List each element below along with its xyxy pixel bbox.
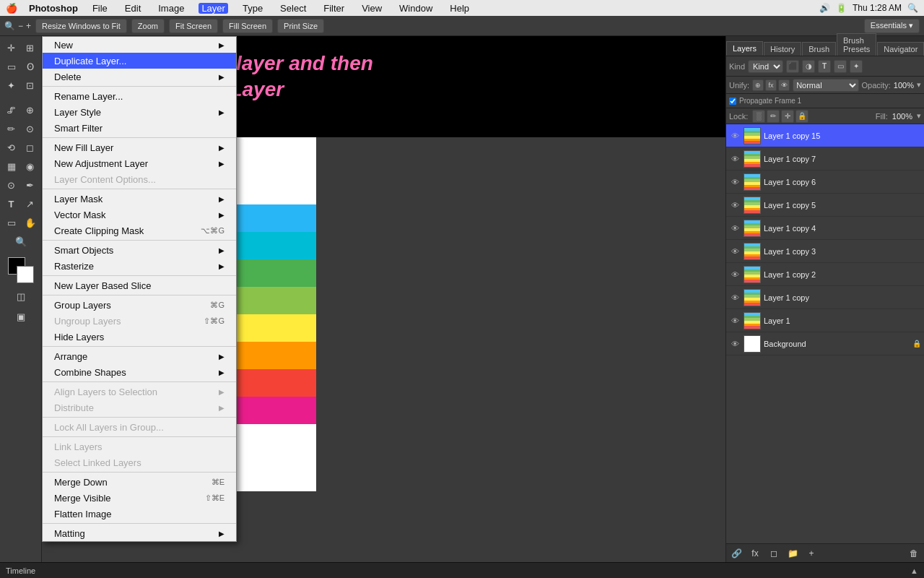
quick-mask-icon[interactable]: ◫ (8, 288, 34, 305)
layer-row-1[interactable]: 👁 Layer 1 copy 7 (726, 147, 924, 171)
visibility-icon-8[interactable]: 👁 (729, 315, 741, 327)
menu-arrange[interactable]: Arrange ▶ (43, 348, 236, 364)
unify-style-icon[interactable]: fx (765, 79, 777, 91)
menu-new-fill-layer[interactable]: New Fill Layer ▶ (43, 139, 236, 155)
tab-history[interactable]: History (764, 42, 801, 56)
menu-merge-visible[interactable]: Merge Visible ⇧⌘E (43, 490, 236, 506)
brush-tool[interactable]: ✏ (3, 120, 20, 137)
visibility-icon-2[interactable]: 👁 (729, 176, 741, 188)
delete-layer-btn[interactable]: 🗑 (907, 547, 921, 560)
crop-tool[interactable]: ⊡ (22, 77, 39, 94)
layer-row-6[interactable]: 👁 Layer 1 copy 2 (726, 263, 924, 286)
artboard-tool[interactable]: ⊞ (22, 39, 39, 56)
lock-paint-icon[interactable]: ✏ (767, 110, 780, 123)
menu-create-clipping-mask[interactable]: Create Clipping Mask ⌥⌘G (43, 223, 236, 238)
visibility-icon-4[interactable]: 👁 (729, 223, 741, 234)
move-tool[interactable]: ✛ (3, 39, 20, 56)
visibility-icon-0[interactable]: 👁 (729, 130, 741, 142)
unify-vis-icon[interactable]: 👁 (778, 79, 790, 91)
filter-smart-icon[interactable]: ✦ (850, 60, 863, 73)
zoom-out-icon[interactable]: − (18, 21, 23, 31)
layer-row-5[interactable]: 👁 Layer 1 copy 3 (726, 240, 924, 263)
zoom-tool[interactable]: 🔍 (12, 233, 30, 250)
layer-row-0[interactable]: 👁 Layer 1 copy 15 (726, 124, 924, 147)
tab-brush[interactable]: Brush (802, 42, 836, 56)
essentials-dropdown[interactable]: Essentials ▾ (864, 19, 920, 33)
clone-tool[interactable]: ⊙ (22, 120, 39, 137)
unify-pos-icon[interactable]: ⊕ (752, 79, 764, 91)
kind-select[interactable]: Kind (748, 60, 783, 73)
tab-navigator[interactable]: Navigator (877, 42, 924, 56)
fill-screen-btn[interactable]: Fill Screen (222, 19, 273, 33)
color-swatches[interactable] (8, 257, 34, 283)
menu-rasterize[interactable]: Rasterize ▶ (43, 258, 236, 274)
lock-all-icon[interactable]: 🔒 (796, 110, 808, 123)
menu-new-layer-based-slice[interactable]: New Layer Based Slice (43, 277, 236, 293)
menu-help[interactable]: Help (447, 3, 472, 14)
visibility-icon-3[interactable]: 👁 (729, 199, 741, 211)
menu-vector-mask[interactable]: Vector Mask ▶ (43, 207, 236, 223)
layer-row-4[interactable]: 👁 Layer 1 copy 4 (726, 217, 924, 240)
add-style-btn[interactable]: fx (748, 547, 762, 560)
visibility-icon-7[interactable]: 👁 (729, 292, 741, 303)
blur-tool[interactable]: ◉ (22, 158, 39, 175)
eraser-tool[interactable]: ◻ (22, 139, 39, 156)
opacity-chevron[interactable]: ▾ (917, 80, 921, 90)
lock-transparent-icon[interactable]: ░ (752, 110, 765, 123)
menu-window[interactable]: Window (396, 3, 435, 14)
propagate-checkbox[interactable] (729, 98, 736, 105)
heal-tool[interactable]: ⊕ (22, 101, 39, 118)
lock-position-icon[interactable]: ✛ (781, 110, 794, 123)
blend-mode-select[interactable]: Normal (793, 79, 858, 92)
screen-mode-icon[interactable]: ▣ (8, 308, 34, 325)
menu-hide-layers[interactable]: Hide Layers (43, 329, 236, 345)
background-color[interactable] (17, 266, 34, 283)
menu-matting[interactable]: Matting ▶ (43, 525, 236, 541)
menu-combine-shapes[interactable]: Combine Shapes ▶ (43, 364, 236, 380)
menu-smart-filter[interactable]: Smart Filter (43, 120, 236, 136)
hand-tool[interactable]: ✋ (22, 214, 39, 231)
history-brush-tool[interactable]: ⟲ (3, 139, 20, 156)
menu-layer-mask[interactable]: Layer Mask ▶ (43, 191, 236, 207)
layer-row-3[interactable]: 👁 Layer 1 copy 5 (726, 194, 924, 217)
filter-type-icon[interactable]: T (818, 60, 831, 73)
zoom-btn[interactable]: Zoom (131, 19, 165, 33)
menu-view[interactable]: View (359, 3, 385, 14)
menu-select[interactable]: Select (277, 3, 309, 14)
timeline-minimize-btn[interactable]: ▲ (910, 566, 918, 575)
magic-wand-tool[interactable]: ✦ (3, 77, 20, 94)
lasso-tool[interactable]: ʘ (22, 58, 39, 75)
apple-icon[interactable]: 🍎 (6, 3, 17, 14)
layer-row-2[interactable]: 👁 Layer 1 copy 6 (726, 171, 924, 194)
filter-adjust-icon[interactable]: ◑ (802, 60, 815, 73)
pen-tool[interactable]: ✒ (22, 176, 39, 194)
menu-flatten-image[interactable]: Flatten Image (43, 506, 236, 522)
tab-brush-presets[interactable]: Brush Presets (837, 33, 876, 56)
fit-screen-btn[interactable]: Fit Screen (169, 19, 218, 33)
layer-row-9[interactable]: 👁 Background 🔒 (726, 332, 924, 355)
gradient-tool[interactable]: ▦ (3, 158, 20, 175)
text-tool[interactable]: T (3, 195, 20, 212)
layer-row-8[interactable]: 👁 Layer 1 (726, 309, 924, 332)
eyedropper-tool[interactable]: 🖇 (3, 101, 20, 118)
menu-smart-objects[interactable]: Smart Objects ▶ (43, 242, 236, 258)
menu-type[interactable]: Type (240, 3, 266, 14)
link-layers-btn[interactable]: 🔗 (729, 547, 744, 560)
menu-image[interactable]: Image (155, 3, 187, 14)
menu-delete[interactable]: Delete ▶ (43, 69, 236, 85)
visibility-icon-1[interactable]: 👁 (729, 153, 741, 165)
resize-windows-btn[interactable]: Resize Windows to Fit (35, 19, 127, 33)
visibility-icon-6[interactable]: 👁 (729, 269, 741, 280)
filter-shape-icon[interactable]: ▭ (834, 60, 847, 73)
menu-new[interactable]: New ▶ (43, 37, 236, 53)
filter-pixel-icon[interactable]: ⬛ (786, 60, 799, 73)
print-size-btn[interactable]: Print Size (277, 19, 324, 33)
menu-merge-down[interactable]: Merge Down ⌘E (43, 474, 236, 490)
add-mask-btn[interactable]: ◻ (767, 547, 781, 560)
visibility-icon-5[interactable]: 👁 (729, 246, 741, 257)
path-selection-tool[interactable]: ↗ (22, 195, 39, 212)
zoom-in-icon[interactable]: + (26, 21, 31, 31)
menu-new-adjustment-layer[interactable]: New Adjustment Layer ▶ (43, 155, 236, 171)
menu-layer[interactable]: Layer (199, 3, 228, 14)
menu-file[interactable]: File (90, 3, 110, 14)
